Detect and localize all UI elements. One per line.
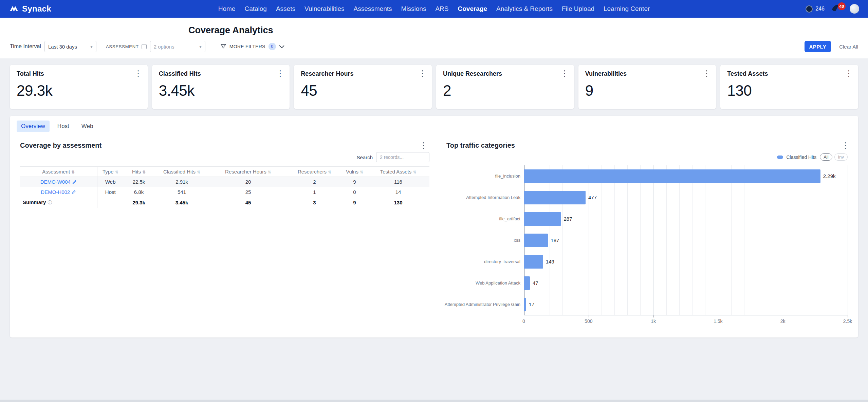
nav-item-catalog[interactable]: Catalog (244, 5, 267, 13)
navbar-right: 246 40 (806, 4, 859, 14)
nav-item-ars[interactable]: ARS (435, 5, 448, 13)
coverage-table: Assessment⇅Type⇅Hits⇅Classified Hits⇅Res… (20, 166, 429, 208)
stat-card-value: 2 (443, 82, 567, 99)
table-search: Search (20, 152, 429, 162)
credits-icon (806, 5, 813, 13)
edit-icon (72, 190, 76, 194)
summary-researchers: 3 (287, 197, 342, 208)
column-header-label: Vulns (346, 169, 358, 175)
category-label: file_artifact (446, 208, 524, 230)
card-menu-button[interactable]: ⋮ (274, 69, 286, 78)
stat-card-value: 29.3k (17, 82, 141, 99)
stat-card-value: 9 (585, 82, 709, 99)
avatar[interactable] (850, 4, 859, 14)
nav-item-learning-center[interactable]: Learning Center (604, 5, 650, 13)
chart-menu-button[interactable]: ⋮ (839, 141, 851, 150)
stat-card-value: 3.45k (159, 82, 283, 99)
tab-web[interactable]: Web (77, 121, 98, 132)
column-header-type[interactable]: Type⇅ (97, 167, 124, 177)
filter-actions: APPLY Clear All (805, 41, 858, 52)
brand[interactable]: Synack (9, 4, 51, 14)
nav-item-analytics-reports[interactable]: Analytics & Reports (496, 5, 553, 13)
column-header-assessment[interactable]: Assessment⇅ (20, 167, 97, 177)
card-menu-button[interactable]: ⋮ (701, 69, 713, 78)
summary-vulns: 9 (342, 197, 367, 208)
legend-inv-toggle[interactable]: Inv (834, 153, 848, 161)
category-label: file_inclusion (446, 165, 524, 187)
card-menu-button[interactable]: ⋮ (559, 69, 571, 78)
summary-label: Summary (23, 199, 46, 205)
main-panel: OverviewHostWeb Coverage by assessment ⋮… (10, 116, 858, 337)
column-header-researchers[interactable]: Researchers⇅ (287, 167, 342, 177)
axis-tick (848, 315, 848, 317)
cell-researchers: 2 (287, 177, 342, 187)
summary-tested_assets: 130 (367, 197, 429, 208)
assessment-checkbox[interactable] (142, 44, 147, 49)
assessment-link[interactable]: DEMO-W004 (40, 179, 71, 185)
search-input[interactable] (376, 152, 429, 162)
stat-card-title: Total Hits (17, 70, 141, 77)
card-menu-button[interactable]: ⋮ (843, 69, 855, 78)
category-label: Attempted Administrator Privilege Gain (446, 294, 524, 315)
card-menu-button[interactable]: ⋮ (132, 69, 144, 78)
column-header-label: Type (103, 169, 114, 175)
nav-item-file-upload[interactable]: File Upload (562, 5, 594, 13)
chart-wrap: Classified Hits All Inv file_inclusionAt… (446, 153, 848, 325)
axis-tick-label: 500 (585, 318, 592, 324)
assessment-link[interactable]: DEMO-H002 (41, 189, 70, 195)
stat-card-title: Unique Researchers (443, 70, 567, 77)
axis-tick (783, 315, 783, 317)
notifications-button[interactable]: 40 (831, 4, 843, 14)
nav-item-assessments[interactable]: Assessments (354, 5, 392, 13)
column-header-label: Researcher Hours (225, 169, 266, 175)
tab-host[interactable]: Host (53, 121, 74, 132)
column-header-label: Researchers (298, 169, 327, 175)
stat-card-classified-hits: Classified Hits⋮3.45k (152, 65, 290, 109)
sort-icon: ⇅ (115, 170, 118, 175)
bar-web-application-attack (524, 276, 530, 290)
nav-item-vulnerabilities[interactable]: Vulnerabilities (304, 5, 345, 13)
time-interval-select[interactable]: Last 30 days ▾ (44, 41, 96, 52)
card-menu-button[interactable]: ⋮ (417, 69, 428, 78)
column-header-tested-assets[interactable]: Tested Assets⇅ (367, 167, 429, 177)
nav-item-coverage[interactable]: Coverage (458, 5, 487, 13)
nav-item-missions[interactable]: Missions (401, 5, 426, 13)
column-header-vulns[interactable]: Vulns⇅ (342, 167, 367, 177)
cell-researcher_hours: 25 (209, 187, 287, 197)
filter-funnel-icon (220, 43, 226, 50)
sort-icon: ⇅ (268, 170, 271, 175)
more-filters-button[interactable]: MORE FILTERS 0 (220, 43, 284, 50)
bar-file-inclusion (524, 169, 820, 183)
legend-all-toggle[interactable]: All (820, 153, 832, 161)
edit-icon (72, 180, 77, 184)
column-header-label: Hits (132, 169, 141, 175)
assessment-select[interactable]: 2 options ▾ (150, 41, 205, 52)
search-label: Search (356, 154, 373, 160)
nav-item-home[interactable]: Home (218, 5, 236, 13)
credits-indicator[interactable]: 246 (806, 5, 825, 13)
bar-row: 287 (524, 208, 848, 230)
bar-value-label: 287 (564, 216, 572, 222)
clear-all-button[interactable]: Clear All (839, 44, 858, 50)
legend-swatch (777, 156, 783, 159)
bar-attempted-information-leak (524, 191, 586, 204)
stat-card-total-hits: Total Hits⋮29.3k (10, 65, 148, 109)
stat-card-vulnerabilities: Vulnerabilities⋮9 (578, 65, 716, 109)
stat-card-title: Vulnerabilities (585, 70, 709, 77)
apply-button[interactable]: APPLY (805, 41, 831, 52)
cell-assessment: DEMO-W004 (20, 177, 97, 187)
summary-hits: 29.3k (124, 197, 154, 208)
stat-card-researcher-hours: Researcher Hours⋮45 (294, 65, 432, 109)
cell-tested_assets: 14 (367, 187, 429, 197)
horizontal-scrollbar[interactable] (0, 400, 868, 402)
tab-overview[interactable]: Overview (17, 121, 50, 132)
chevron-down-icon: ▾ (90, 44, 93, 49)
column-header-hits[interactable]: Hits⇅ (124, 167, 154, 177)
table-header-row: Assessment⇅Type⇅Hits⇅Classified Hits⇅Res… (20, 167, 429, 177)
nav-item-assets[interactable]: Assets (276, 5, 295, 13)
stat-card-value: 45 (301, 82, 425, 99)
column-header-classified-hits[interactable]: Classified Hits⇅ (154, 167, 209, 177)
column-header-researcher-hours[interactable]: Researcher Hours⇅ (209, 167, 287, 177)
table-menu-button[interactable]: ⋮ (418, 141, 429, 150)
coverage-section-title: Coverage by assessment (20, 142, 101, 149)
